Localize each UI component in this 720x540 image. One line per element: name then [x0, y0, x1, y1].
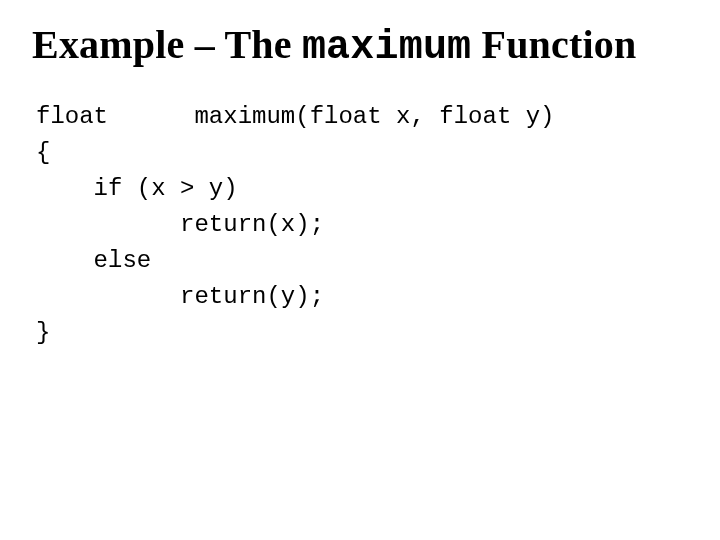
code-line: else	[36, 247, 151, 274]
code-line: if (x > y)	[36, 175, 238, 202]
code-line: return(x);	[36, 211, 324, 238]
code-block: float maximum(float x, float y) { if (x …	[36, 99, 692, 351]
code-line: return(y);	[36, 283, 324, 310]
title-suffix: Function	[471, 22, 636, 67]
title-prefix: Example – The	[32, 22, 302, 67]
code-line: }	[36, 319, 50, 346]
title-keyword: maximum	[302, 25, 471, 70]
slide: Example – The maximum Function float max…	[0, 0, 720, 540]
code-line: float maximum(float x, float y)	[36, 103, 554, 130]
code-line: {	[36, 139, 50, 166]
slide-title: Example – The maximum Function	[32, 20, 692, 73]
